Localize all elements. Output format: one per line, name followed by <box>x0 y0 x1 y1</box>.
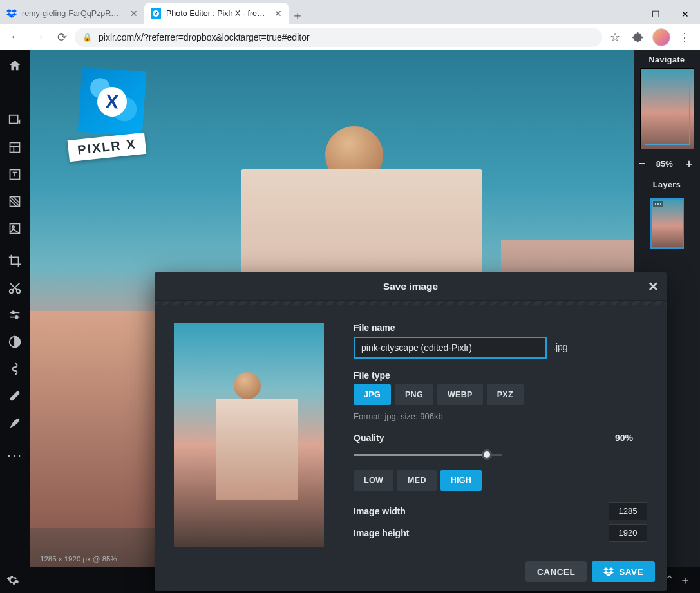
zoom-out-button[interactable]: − <box>639 157 646 171</box>
pixlr-logo-text: PIXLR X <box>68 133 147 162</box>
arrange-tool-icon[interactable] <box>0 107 30 134</box>
tab-close-icon[interactable]: ✕ <box>274 8 282 19</box>
quality-slider[interactable] <box>354 448 502 461</box>
navigate-label: Navigate <box>648 55 685 64</box>
file-type-jpg[interactable]: JPG <box>354 384 391 405</box>
image-width-input[interactable]: 1285 <box>609 502 647 520</box>
file-extension[interactable]: .jpg <box>553 342 568 353</box>
image-width-label: Image width <box>354 506 406 516</box>
svg-text:X: X <box>154 11 158 17</box>
window-controls: — ☐ ✕ <box>611 4 700 24</box>
dialog-save-button[interactable]: SAVE <box>592 561 655 582</box>
crop-tool-icon[interactable] <box>0 247 30 274</box>
dialog-cancel-label: CANCEL <box>537 567 575 577</box>
settings-icon[interactable] <box>6 574 30 587</box>
image-tool-icon[interactable] <box>0 215 30 242</box>
save-image-dialog: Save image ✕ File name .jpg File type JP… <box>155 272 667 591</box>
browser-titlebar: remy-gieling-FarQqPzpRW4-uns… ✕ X Photo … <box>0 0 700 24</box>
file-type-webp[interactable]: WEBP <box>437 384 483 405</box>
dropbox-icon <box>6 8 17 19</box>
pixlr-app: ··· PIXLR X Navigate − 85% ＋ Layers ⋯ 12… <box>0 50 700 593</box>
browser-tab-0[interactable]: remy-gieling-FarQqPzpRW4-uns… ✕ <box>0 3 144 24</box>
browser-tab-1[interactable]: X Photo Editor : Pixlr X - free image… ✕ <box>144 3 289 24</box>
nav-back-icon[interactable]: ← <box>5 27 26 48</box>
extensions-icon[interactable] <box>628 27 648 48</box>
dialog-cancel-button[interactable]: CANCEL <box>525 561 587 582</box>
svg-point-12 <box>15 316 18 319</box>
svg-point-8 <box>12 226 14 228</box>
home-icon[interactable] <box>0 53 30 79</box>
quality-med[interactable]: MED <box>397 470 437 491</box>
quality-level-segmented: LOW MED HIGH <box>354 470 647 491</box>
zoom-in-button[interactable]: ＋ <box>683 156 695 171</box>
browser-tab-1-title: Photo Editor : Pixlr X - free image… <box>166 9 269 18</box>
browser-address-bar: ← → ⟳ 🔒 pixlr.com/x/?referrer=dropbox&lo… <box>0 24 700 50</box>
nav-forward-icon[interactable]: → <box>28 27 49 48</box>
contrast-tool-icon[interactable] <box>0 328 30 355</box>
bookmark-star-icon[interactable]: ☆ <box>605 27 625 48</box>
more-tools-icon[interactable]: ··· <box>0 442 30 469</box>
svg-rect-4 <box>10 143 20 153</box>
tab-close-icon[interactable]: ✕ <box>130 8 138 19</box>
url-text: pixlr.com/x/?referrer=dropbox&locktarget… <box>99 32 310 42</box>
text-tool-icon[interactable] <box>0 161 30 188</box>
window-close-icon[interactable]: ✕ <box>670 4 700 24</box>
quality-label: Quality <box>354 433 384 443</box>
draw-tool-icon[interactable] <box>0 409 30 437</box>
tool-palette: ··· <box>0 50 30 593</box>
layers-label: Layers <box>653 180 681 189</box>
pixlr-logo: PIXLR X <box>68 70 165 158</box>
file-name-label: File name <box>354 323 647 333</box>
cut-tool-icon[interactable] <box>0 274 30 301</box>
window-maximize-icon[interactable]: ☐ <box>641 4 670 24</box>
fill-tool-icon[interactable] <box>0 188 30 215</box>
quality-low[interactable]: LOW <box>354 470 393 491</box>
quality-high[interactable]: HIGH <box>440 470 482 491</box>
dialog-save-label: SAVE <box>619 567 643 577</box>
add-icon[interactable]: ＋ <box>679 572 691 588</box>
chrome-menu-icon[interactable]: ⋮ <box>674 27 695 48</box>
url-input[interactable]: 🔒 pixlr.com/x/?referrer=dropbox&locktarg… <box>75 28 602 47</box>
canvas-status: 1285 x 1920 px @ 85% <box>30 552 128 566</box>
format-hint: Format: jpg, size: 906kb <box>354 411 647 421</box>
zoom-value: 85% <box>656 159 673 169</box>
heal-tool-icon[interactable] <box>0 382 30 409</box>
browser-tab-0-title: remy-gieling-FarQqPzpRW4-uns… <box>22 9 125 18</box>
svg-point-11 <box>12 312 14 314</box>
nav-reload-icon[interactable]: ⟳ <box>52 27 72 48</box>
layer-thumbnail[interactable]: ⋯ <box>650 198 684 249</box>
adjust-tool-icon[interactable] <box>0 301 30 328</box>
file-type-pxz[interactable]: PXZ <box>487 384 524 405</box>
dropbox-icon <box>603 567 614 577</box>
svg-rect-14 <box>10 391 21 402</box>
window-minimize-icon[interactable]: — <box>611 4 641 24</box>
new-tab-button[interactable]: ＋ <box>289 6 307 24</box>
file-type-segmented: JPG PNG WEBP PXZ <box>354 384 647 405</box>
quality-value: 90% <box>615 433 633 443</box>
pixlr-icon: X <box>151 8 161 19</box>
layer-options-icon[interactable]: ⋯ <box>653 201 663 207</box>
file-type-label: File type <box>354 370 647 381</box>
liquify-tool-icon[interactable] <box>0 355 30 382</box>
navigator-thumbnail[interactable] <box>640 68 694 149</box>
save-form: File name .jpg File type JPG PNG WEBP PX… <box>354 323 647 547</box>
image-height-label: Image height <box>354 528 409 538</box>
file-name-input[interactable] <box>354 337 547 359</box>
image-height-input[interactable]: 1920 <box>609 524 647 542</box>
save-preview-thumbnail <box>174 323 324 547</box>
canvas-status-text: 1285 x 1920 px @ 85% <box>40 555 117 563</box>
dialog-header: Save image ✕ <box>155 272 667 301</box>
layout-tool-icon[interactable] <box>0 134 30 161</box>
dialog-close-icon[interactable]: ✕ <box>648 279 659 294</box>
lock-icon: 🔒 <box>82 33 92 42</box>
dialog-title: Save image <box>383 281 438 292</box>
file-type-png[interactable]: PNG <box>395 384 433 405</box>
svg-rect-3 <box>10 115 18 124</box>
profile-avatar[interactable] <box>651 27 672 48</box>
